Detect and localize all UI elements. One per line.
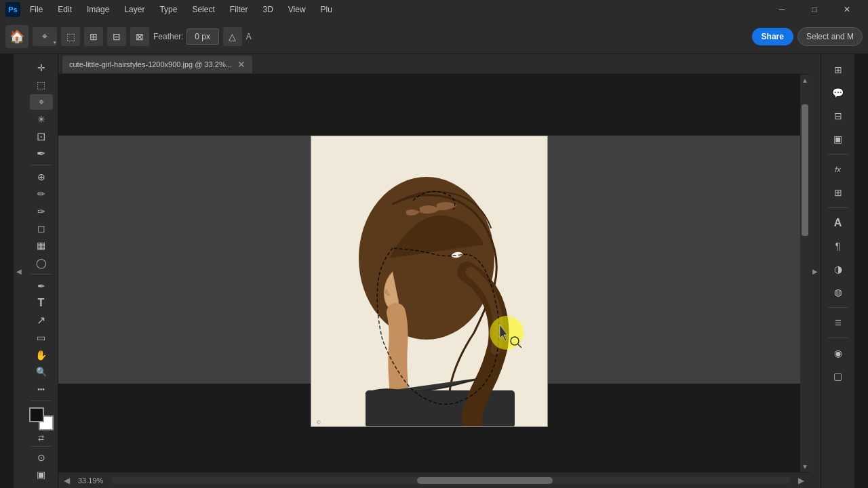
subtract-selection-icon: ⊟ [113,31,121,42]
crop-icon: ⊡ [37,130,45,143]
color-wheel-btn[interactable]: ◑ [827,259,850,279]
gradient-tool-btn[interactable]: ▦ [30,238,53,253]
canvas-scroll-area[interactable]: © ▲ ▼ [58,75,810,472]
menu-filter[interactable]: Filter [224,3,254,16]
svg-text:©: © [317,420,321,426]
frame-btn[interactable]: ▢ [827,366,850,386]
outer-left-border [0,54,14,488]
menu-select[interactable]: Select [186,3,220,16]
eyedropper-icon: ✒ [37,147,45,160]
document-tab[interactable]: cute-little-girl-hairstyles-1200x900.jpg… [62,56,252,73]
grid-btn[interactable]: ⊞ [827,182,850,203]
zoom-level: 33.19% [78,476,103,485]
doc-tab-name: cute-little-girl-hairstyles-1200x900.jpg… [69,60,232,68]
menu-layer[interactable]: Layer [119,3,150,16]
table-btn[interactable]: ⊟ [827,106,850,126]
menu-file[interactable]: File [24,3,48,16]
heal-tool-btn[interactable]: ⊕ [30,169,53,184]
minimize-button[interactable]: ─ [766,0,797,19]
fx-btn[interactable]: fx [827,159,850,180]
scroll-thumb[interactable] [802,104,808,236]
subtract-selection-btn[interactable]: ⊟ [107,27,126,46]
comment-btn[interactable]: 💬 [827,83,850,103]
switch-colors-btn[interactable]: ⇄ [30,434,53,443]
zoom-tool-btn[interactable]: 🔍 [30,364,53,380]
close-tab-btn[interactable]: ✕ [237,60,245,69]
main-area: ◀ ✛ ⬚ ⌖ ✳ ⊡ ✒ ⊕ ✏ ✑ ◻ [0,54,868,488]
path-select-tool-btn[interactable]: ↗ [30,312,53,328]
pen-tool-btn[interactable]: ✒ [30,278,53,293]
menu-image[interactable]: Image [81,3,115,16]
menu-view[interactable]: View [283,3,311,16]
rectangle-tool-btn[interactable]: ▭ [30,329,53,345]
brush-tool-btn[interactable]: ✏ [30,186,53,202]
menu-type[interactable]: Type [154,3,182,16]
feather-input[interactable] [186,28,219,45]
canvas-image[interactable]: © [311,136,548,427]
collapse-left-btn[interactable]: ◀ [14,54,24,488]
share-button[interactable]: Share [752,28,793,45]
tool-separator-2 [31,274,52,274]
hand-tool-btn[interactable]: ✋ [30,347,53,363]
switch-icon: ⇄ [38,434,44,443]
app-logo: Ps [5,2,20,17]
vertical-scrollbar[interactable]: ▲ ▼ [800,75,810,472]
feather-group: Feather: [153,28,219,45]
canvas-controls-btn[interactable]: ▣ [827,129,850,149]
scroll-right-btn[interactable]: ▶ [798,476,804,485]
title-bar-right: ─ □ ✕ [766,0,863,19]
add-selection-btn[interactable]: ⊞ [84,27,103,46]
menu-edit[interactable]: Edit [52,3,77,16]
menu-3d[interactable]: 3D [257,3,278,16]
clone-tool-btn[interactable]: ✑ [30,203,53,219]
eyedropper-tool-btn[interactable]: ✒ [30,146,53,161]
quick-mask-icon: ⊙ [37,452,45,463]
scroll-up-btn[interactable]: ▲ [802,75,808,85]
title-bar-left: Ps File Edit Image Layer Type Select Fil… [5,2,338,17]
collapse-right-icon: ▶ [812,268,818,275]
eraser-icon: ◻ [37,223,45,234]
filter-btn[interactable]: ☰ [827,312,850,333]
circle-tool-btn[interactable]: ◉ [827,343,850,363]
select-mask-button[interactable]: Select and M [797,27,863,46]
outer-right-border [854,54,868,488]
type-tool-btn[interactable]: T [30,296,53,311]
marquee-tool-btn[interactable]: ⬚ [30,77,53,92]
intersect-selection-btn[interactable]: ⊠ [130,27,149,46]
layers-icon: ⊞ [834,64,842,75]
color-wheel-icon: ◑ [834,264,842,274]
crop-tool-btn[interactable]: ⊡ [30,129,53,144]
scroll-left-btn[interactable]: ◀ [64,476,70,485]
lasso-tool-btn[interactable]: ⌖ ▾ [33,27,57,46]
lasso-tool-left-btn[interactable]: ⌖ [30,94,53,110]
paragraph-icon: ¶ [835,241,841,251]
menu-plugins[interactable]: Plu [315,3,338,16]
type-btn[interactable]: A [827,213,850,233]
new-selection-btn[interactable]: ⬚ [61,27,80,46]
horizontal-scrollbar[interactable] [111,477,790,484]
status-bar: ◀ 33.19% ▶ [58,472,810,488]
h-scroll-thumb[interactable] [417,477,553,484]
options-bar: 🏠 ⌖ ▾ ⬚ ⊞ ⊟ ⊠ Feather: △ A Share Select … [0,19,868,54]
screen-mode-btn[interactable]: ▣ [30,467,53,483]
paragraph-btn[interactable]: ¶ [827,236,850,256]
smoothing-btn[interactable]: △ [223,27,242,46]
quick-mask-btn[interactable]: ⊙ [30,449,53,465]
dodge-tool-btn[interactable]: ◯ [30,255,53,270]
close-button[interactable]: ✕ [831,0,863,19]
layers-btn[interactable]: ⊞ [827,60,850,80]
scroll-down-btn[interactable]: ▼ [802,461,808,472]
collapse-right-btn[interactable]: ▶ [810,54,821,488]
more-tools-btn[interactable]: ••• [30,382,53,397]
maximize-button[interactable]: □ [799,0,830,19]
magic-wand-icon: ✳ [37,114,45,125]
eraser-tool-btn[interactable]: ◻ [30,220,53,236]
move-tool-btn[interactable]: ✛ [30,60,53,75]
adjustments-btn[interactable]: ◍ [827,282,850,302]
home-button[interactable]: 🏠 [5,25,28,48]
tool-separator-1 [31,165,52,165]
collapse-left-icon: ◀ [16,268,22,275]
magic-wand-tool-btn[interactable]: ✳ [30,111,53,127]
adjustments-icon: ◍ [834,287,842,298]
foreground-color[interactable] [29,407,44,422]
